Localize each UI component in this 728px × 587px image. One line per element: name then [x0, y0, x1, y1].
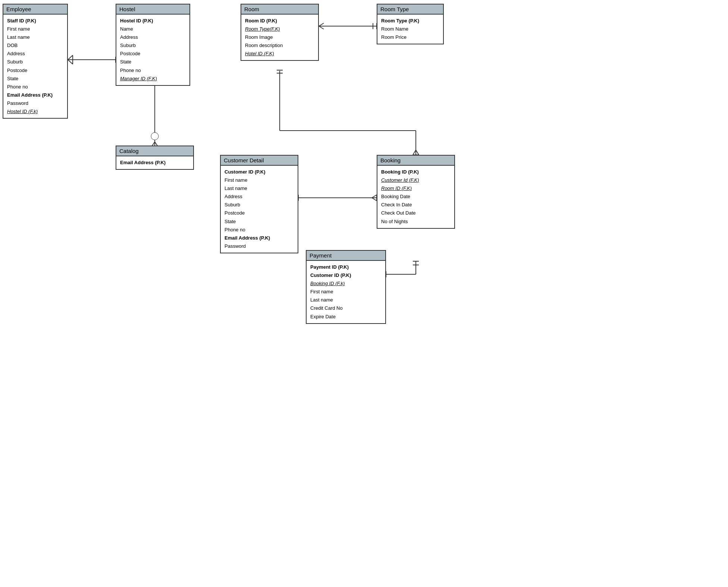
entity-booking: BookingBooking ID (P.K)Customer Id (F.K)… [377, 155, 455, 229]
field-employee-2: Last name [7, 33, 63, 41]
svg-line-30 [372, 195, 377, 198]
field-hostel-6: Phone no [120, 66, 186, 75]
svg-point-8 [151, 132, 159, 140]
entity-roomtype: Room TypeRoom Type (P.K)Room NameRoom Pr… [377, 4, 444, 44]
entity-header-employee: Employee [3, 4, 67, 15]
entity-header-booking: Booking [377, 156, 454, 166]
field-booking-6: No of Nights [381, 218, 451, 226]
field-payment-6: Expire Date [310, 313, 382, 321]
field-booking-3: Booking Date [381, 193, 451, 201]
svg-line-25 [416, 150, 419, 155]
field-hostel-1: Name [120, 25, 186, 33]
field-hostel-4: Postcode [120, 50, 186, 58]
field-customerdetail-9: Password [225, 242, 294, 250]
entity-body-customerdetail: Customer ID (P.K)First nameLast nameAddr… [221, 166, 298, 253]
entity-customerdetail: Customer DetailCustomer ID (P.K)First na… [220, 155, 298, 253]
field-payment-2: Booking ID (F.k) [310, 280, 382, 288]
field-customerdetail-0: Customer ID (P.K) [225, 168, 294, 176]
field-payment-4: Last name [310, 296, 382, 304]
field-roomtype-2: Room Price [381, 33, 439, 41]
entity-hostel: HostelHostel ID (P.K)NameAddressSuburbPo… [116, 4, 190, 86]
svg-line-15 [319, 23, 324, 26]
field-employee-9: Email Address (P.K) [7, 91, 63, 99]
entity-body-employee: Staff ID (P.K)First nameLast nameDOBAddr… [3, 15, 67, 118]
field-employee-11: Hostel ID (F.k) [7, 107, 63, 116]
field-hostel-0: Hostel ID (P.K) [120, 17, 186, 25]
field-employee-6: Postcode [7, 66, 63, 75]
field-booking-5: Check Out Date [381, 209, 451, 217]
field-customerdetail-3: Address [225, 193, 294, 201]
field-employee-3: DOB [7, 41, 63, 50]
field-employee-10: Password [7, 99, 63, 107]
entity-header-customerdetail: Customer Detail [221, 156, 298, 166]
field-room-0: Room ID (P.K) [245, 17, 314, 25]
entity-payment: PaymentPayment ID (P.K)Customer ID (P.K)… [306, 250, 386, 324]
entity-body-catalog: Email Address (P.K) [116, 156, 193, 169]
field-booking-2: Room ID (F.K) [381, 184, 451, 193]
field-payment-0: Payment ID (P.K) [310, 263, 382, 271]
svg-line-31 [372, 198, 377, 201]
field-room-3: Room description [245, 41, 314, 50]
field-customerdetail-2: Last name [225, 184, 294, 193]
svg-line-24 [413, 150, 416, 155]
field-booking-1: Customer Id (F.K) [381, 176, 451, 184]
field-booking-4: Check In Date [381, 201, 451, 209]
entity-header-room: Room [241, 4, 318, 15]
entity-room: RoomRoom ID (P.K)Room Type(F.K)Room Imag… [241, 4, 319, 61]
field-employee-5: Suburb [7, 58, 63, 66]
entity-header-hostel: Hostel [116, 4, 189, 15]
field-customerdetail-4: Suburb [225, 201, 294, 209]
field-catalog-0: Email Address (P.K) [120, 159, 189, 167]
entity-header-catalog: Catalog [116, 146, 193, 156]
field-customerdetail-5: Postcode [225, 209, 294, 217]
field-hostel-7: Manager ID (F.K) [120, 75, 186, 83]
field-roomtype-1: Room Name [381, 25, 439, 33]
field-employee-1: First name [7, 25, 63, 33]
entity-body-payment: Payment ID (P.K)Customer ID (P.K)Booking… [307, 261, 385, 323]
entity-body-room: Room ID (P.K)Room Type(F.K)Room ImageRoo… [241, 15, 318, 60]
field-room-2: Room Image [245, 33, 314, 41]
svg-line-2 [68, 60, 73, 64]
field-employee-7: State [7, 75, 63, 83]
field-hostel-5: State [120, 58, 186, 66]
field-customerdetail-8: Email Address (P.K) [225, 234, 294, 242]
field-employee-0: Staff ID (P.K) [7, 17, 63, 25]
entity-body-roomtype: Room Type (P.K)Room NameRoom Price [377, 15, 443, 44]
field-customerdetail-7: Phone no [225, 226, 294, 234]
entity-body-booking: Booking ID (P.K)Customer Id (F.K)Room ID… [377, 166, 454, 228]
field-customerdetail-6: State [225, 218, 294, 226]
entity-header-roomtype: Room Type [377, 4, 443, 15]
field-payment-3: First name [310, 288, 382, 296]
field-payment-1: Customer ID (P.K) [310, 271, 382, 280]
field-employee-4: Address [7, 50, 63, 58]
field-payment-5: Credit Card No [310, 304, 382, 312]
field-hostel-2: Address [120, 33, 186, 41]
field-employee-8: Phone no [7, 83, 63, 91]
field-room-1: Room Type(F.K) [245, 25, 314, 33]
svg-line-16 [319, 26, 324, 29]
field-booking-0: Booking ID (P.K) [381, 168, 451, 176]
entity-catalog: CatalogEmail Address (P.K) [116, 146, 194, 170]
svg-line-1 [68, 55, 73, 60]
field-room-4: Hotel ID (F.K) [245, 50, 314, 58]
field-hostel-3: Suburb [120, 41, 186, 50]
entity-header-payment: Payment [307, 251, 385, 261]
field-roomtype-0: Room Type (P.K) [381, 17, 439, 25]
entity-employee: EmployeeStaff ID (P.K)First nameLast nam… [3, 4, 68, 119]
entity-body-hostel: Hostel ID (P.K)NameAddressSuburbPostcode… [116, 15, 189, 85]
field-customerdetail-1: First name [225, 176, 294, 184]
